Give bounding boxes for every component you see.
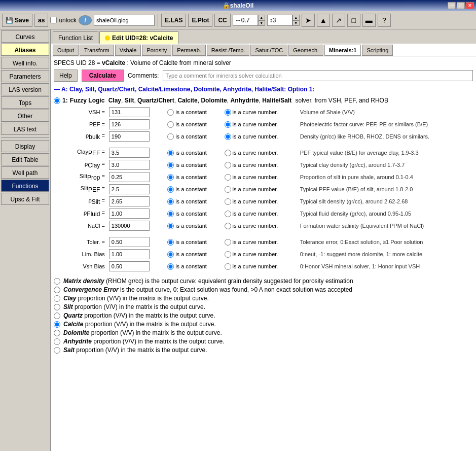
sidebar-item-aliases[interactable]: Aliases [1,44,49,56]
output-radio-dolomite[interactable] [54,330,60,336]
param-input-rhoclay[interactable] [109,160,150,170]
cc-button[interactable]: CC [214,14,230,27]
param-input-pef[interactable] [109,119,150,129]
unlock-checkbox[interactable] [50,17,57,23]
output-radio-quartz[interactable] [54,313,60,319]
help-button[interactable]: Help [54,70,78,82]
sidebar-item-wellinfo[interactable]: Well info. [1,57,49,69]
output-radio-salt[interactable] [54,347,60,354]
sidebar-item-lasversion[interactable]: LAS version [1,83,49,95]
square-btn[interactable]: □ [347,14,360,27]
as-button[interactable]: as [34,14,48,27]
output-radio-matrixdensity[interactable] [54,278,60,285]
subtab-resist[interactable]: Resist./Temp. [207,45,250,56]
eplot-button[interactable]: E.Plot [188,14,212,27]
param-radio-curve-pef[interactable]: is a curve number. [225,121,296,128]
param-radio-curve-rhofluid[interactable]: is a curve number. [225,211,296,217]
param-radio-const-siltprop[interactable]: is a constant [167,174,220,181]
output-radio-silt[interactable] [54,304,60,310]
filename-input[interactable] [94,15,155,26]
param-radio-curve-rhobulk[interactable]: is a curve number. [225,133,296,140]
num1-spinner[interactable]: ▲ ▼ [258,15,265,26]
param-radio-curve-limbias[interactable]: is a curve number. [225,251,296,258]
output-radio-convergence[interactable] [54,287,60,293]
arrow-up-btn[interactable]: ▲ [317,14,330,27]
subtab-satur[interactable]: Satur./TOC [250,45,287,56]
num2-down[interactable]: ▼ [292,20,300,26]
calculate-button[interactable]: Calculate [82,70,124,82]
subtab-scripting[interactable]: Scripting [362,45,393,56]
param-input-rhofluid[interactable] [109,209,150,219]
comments-input[interactable] [163,70,473,81]
save-button[interactable]: 💾 Save [2,14,32,27]
param-radio-curve-nacl[interactable]: is a curve number. [225,223,296,229]
sidebar-item-curves[interactable]: Curves [1,30,49,43]
sidebar-item-display[interactable]: Display [1,140,49,152]
param-input-vshbias[interactable] [109,261,150,271]
sidebar-item-parameters[interactable]: Parameters [1,70,49,82]
param-radio-curve-vsh[interactable]: is a curve number. [225,109,296,116]
subtab-output[interactable]: Output [53,45,79,56]
arrow-upright-btn[interactable]: ↗ [332,14,345,27]
sidebar-item-wellpath[interactable]: Well path [1,166,49,179]
sidebar-item-edittable[interactable]: Edit Table [1,153,49,165]
subtab-geomech[interactable]: Geomech. [288,45,323,56]
param-radio-const-toler[interactable]: is a constant [167,239,220,246]
num2-up[interactable]: ▲ [292,15,300,20]
question-btn[interactable]: ? [378,14,391,27]
param-input-vsh[interactable] [109,107,150,117]
param-radio-const-siltpef[interactable]: is a constant [167,186,220,193]
sidebar-item-functions[interactable]: Functions [1,180,49,192]
section-header[interactable]: — A: Clay, Silt, Quartz/Chert, Calcite/L… [54,86,473,93]
subtab-transform[interactable]: Transform [80,45,114,56]
close-button[interactable]: ✕ [466,2,474,9]
sidebar-item-tops[interactable]: Tops [1,96,49,109]
output-radio-calcite[interactable] [54,321,60,328]
param-input-siltprop[interactable] [109,172,150,182]
param-radio-const-rhobulk[interactable]: is a constant [167,133,220,140]
sidebar-item-upscfilt[interactable]: Upsc & Filt [1,193,49,205]
subtab-permeab[interactable]: Permeab. [172,45,206,56]
arrow-right-btn[interactable]: ➤ [302,14,315,27]
output-radio-anhydrite[interactable] [54,338,60,345]
num2-spinner[interactable]: ▲ ▼ [292,15,300,26]
elas-button[interactable]: E.LAS [161,14,186,27]
param-input-claypef[interactable] [109,148,150,158]
minimize-button[interactable]: — [448,2,456,9]
param-radio-const-rhosilt[interactable]: is a constant [167,198,220,205]
sidebar-item-other[interactable]: Other [1,110,49,122]
tab-functionlist[interactable]: Function List [53,31,98,44]
param-input-rhobulk[interactable] [109,131,150,142]
info-button[interactable]: i [79,15,92,25]
subtab-porosity[interactable]: Porosity [142,45,171,56]
param-radio-const-rhoclay[interactable]: is a constant [167,162,220,168]
param-input-rhosilt[interactable] [109,196,150,206]
param-input-limbias[interactable] [109,249,150,259]
sidebar-item-lastext[interactable]: LAS text [1,123,49,135]
num1-down[interactable]: ▼ [258,20,265,26]
output-radio-clay[interactable] [54,295,60,302]
param-radio-const-vshbias[interactable]: is a constant [167,263,220,270]
param-radio-const-claypef[interactable]: is a constant [167,150,220,156]
maximize-button[interactable]: □ [457,2,465,9]
param-radio-curve-claypef[interactable]: is a curve number. [225,150,296,156]
param-radio-curve-rhoclay[interactable]: is a curve number. [225,162,296,168]
param-input-siltpef[interactable] [109,184,150,194]
param-radio-curve-rhosilt[interactable]: is a curve number. [225,198,296,205]
param-radio-curve-toler[interactable]: is a curve number. [225,239,296,246]
subtab-vshale[interactable]: Vshale [115,45,141,56]
subtab-minerals[interactable]: Minerals:1 [324,45,361,56]
param-radio-curve-siltpef[interactable]: is a curve number. [225,186,296,193]
param-radio-const-limbias[interactable]: is a constant [167,251,220,258]
param-radio-curve-vshbias[interactable]: is a curve number. [225,263,296,270]
tab-uid-edit[interactable]: Edit UID=28: vCalcite [99,31,178,44]
param-radio-const-rhofluid[interactable]: is a constant [167,211,220,217]
param-radio-const-nacl[interactable]: is a constant [167,223,220,229]
option1-radio[interactable] [54,97,60,104]
param-input-nacl[interactable] [109,221,150,231]
param-input-toler[interactable] [109,237,150,247]
param-radio-const-vsh[interactable]: is a constant [167,109,220,116]
param-radio-curve-siltprop[interactable]: is a curve number. [225,174,296,181]
num1-up[interactable]: ▲ [258,15,265,20]
rect-btn[interactable]: ▬ [362,14,376,27]
